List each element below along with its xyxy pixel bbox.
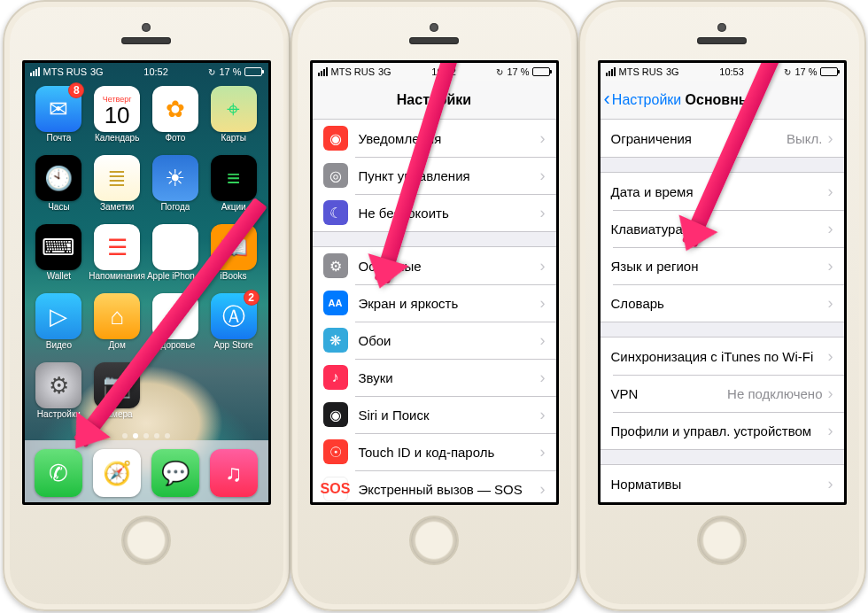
app-videos[interactable]: ▷Видео xyxy=(30,293,89,362)
stocks-icon: ≡ xyxy=(211,155,257,201)
chevron-right-icon: › xyxy=(540,480,546,499)
settings-row[interactable]: ❋ Обои › xyxy=(313,322,556,359)
settings-row[interactable]: ◎ Пункт управления › xyxy=(313,157,556,194)
nav-title: Основные xyxy=(686,92,759,108)
chevron-right-icon: › xyxy=(540,257,546,275)
app-weather[interactable]: ☀︎Погода xyxy=(146,155,205,224)
row-label: Язык и регион xyxy=(611,259,828,274)
wallet-icon: ⌨︎ xyxy=(35,224,81,270)
settings-row[interactable]: Нормативы› xyxy=(601,465,844,502)
app-label: iBooks xyxy=(221,271,247,281)
row-label: Уведомления xyxy=(359,131,540,146)
app-label: Напоминания xyxy=(89,271,145,281)
app-mail[interactable]: ✉︎8Почта xyxy=(30,86,89,155)
app-ibooks[interactable]: 📖iBooks xyxy=(205,224,263,293)
chevron-right-icon: › xyxy=(540,294,546,313)
app-label: Заметки xyxy=(100,202,134,212)
settings-row[interactable]: SOS Экстренный вызов — SOS › xyxy=(313,470,556,502)
settings-row[interactable]: Клавиатура› xyxy=(601,210,844,247)
chevron-right-icon: › xyxy=(828,384,833,403)
dock-phone[interactable]: ✆ xyxy=(35,449,82,497)
app-label: Часы xyxy=(48,202,69,212)
app-appstore[interactable]: Ⓐ2App Store xyxy=(205,293,263,362)
phone-hardware xyxy=(409,23,459,44)
signal-icon xyxy=(606,67,616,76)
clock: 10:52 xyxy=(431,66,456,77)
nav-bar: Настройки xyxy=(313,81,556,120)
phone-general: MTS RUS 3G 10:53 ↻ 17 % ‹ Настройки Осно… xyxy=(578,0,866,611)
settings-row[interactable]: Словарь› xyxy=(601,284,844,322)
app-settings[interactable]: ⚙︎Настройки xyxy=(30,362,89,431)
settings-row[interactable]: VPNНе подключено› xyxy=(601,375,844,412)
app-reminders[interactable]: ☰Напоминания xyxy=(88,224,146,293)
chevron-right-icon: › xyxy=(540,204,546,222)
row-icon: ♪ xyxy=(323,365,348,390)
carrier-label: MTS RUS xyxy=(619,66,663,77)
settings-row[interactable]: Дата и время› xyxy=(601,173,844,210)
maps-icon: ⌖ xyxy=(211,86,257,132)
row-label: Дата и время xyxy=(611,184,828,199)
app-stocks[interactable]: ≡Акции xyxy=(205,155,263,224)
chevron-right-icon: › xyxy=(828,182,833,201)
health-icon: ♥︎ xyxy=(152,293,198,339)
app-maps[interactable]: ⌖Карты xyxy=(205,86,263,155)
app-home2[interactable]: ⌂Дом xyxy=(88,293,146,362)
battery-icon xyxy=(820,67,838,76)
row-label: Экран и яркость xyxy=(359,296,540,311)
app-notes[interactable]: ≣Заметки xyxy=(88,155,146,224)
app-photos[interactable]: ✿Фото xyxy=(146,86,205,155)
chevron-right-icon: › xyxy=(828,129,833,148)
settings-row[interactable]: Синхронизация с iTunes по Wi-Fi› xyxy=(601,338,844,375)
back-button[interactable]: ‹ Настройки xyxy=(604,81,682,119)
home-button[interactable] xyxy=(121,516,171,565)
row-label: Ограничения xyxy=(611,131,787,146)
dock-safari[interactable]: 🧭 xyxy=(93,449,141,497)
settings-list[interactable]: ◉ Уведомления ›◎ Пункт управления ›☾ Не … xyxy=(313,120,556,502)
chevron-right-icon: › xyxy=(540,369,546,387)
settings-row[interactable]: ☉ Touch ID и код-пароль › xyxy=(313,433,556,470)
dock-messages[interactable]: 💬 xyxy=(151,449,199,497)
settings-row[interactable]: ⚙︎ Основные › xyxy=(313,247,556,284)
network-label: 3G xyxy=(90,66,104,77)
music-icon: ♫ xyxy=(210,449,258,497)
row-label: Siri и Поиск xyxy=(359,407,540,423)
settings-row[interactable]: Профили и управл. устройством› xyxy=(601,412,844,449)
back-label: Настройки xyxy=(612,92,681,108)
phone-hardware xyxy=(697,23,747,44)
app-label: Wallet xyxy=(47,271,71,281)
settings-row[interactable]: Язык и регион› xyxy=(601,247,844,284)
settings-row[interactable]: ◉ Уведомления › xyxy=(313,120,556,157)
carrier-label: MTS RUS xyxy=(43,66,88,77)
nav-bar: ‹ Настройки Основные xyxy=(601,81,844,120)
app-apple[interactable]: Apple iPhon… xyxy=(146,224,205,293)
settings-row[interactable]: ☾ Не беспокоить › xyxy=(313,194,556,231)
safari-icon: 🧭 xyxy=(93,449,141,497)
app-calendar[interactable]: Четверг10Календарь xyxy=(88,86,146,155)
settings-row[interactable]: ОграниченияВыкл.› xyxy=(601,120,844,157)
row-label: Основные xyxy=(359,259,540,274)
settings-row[interactable]: ◉ Siri и Поиск › xyxy=(313,396,556,433)
home2-icon: ⌂ xyxy=(94,293,140,339)
settings-row[interactable]: AA Экран и яркость › xyxy=(313,284,556,322)
chevron-right-icon: › xyxy=(540,406,546,424)
badge: 8 xyxy=(68,82,84,98)
general-list[interactable]: ОграниченияВыкл.› Дата и время›Клавиатур… xyxy=(601,120,844,502)
app-label: Фото xyxy=(165,133,185,143)
network-label: 3G xyxy=(378,66,391,77)
weather-icon: ☀︎ xyxy=(152,155,198,201)
app-clock[interactable]: 🕙Часы xyxy=(30,155,89,224)
app-label: Календарь xyxy=(95,133,139,143)
app-health[interactable]: ♥︎Здоровье xyxy=(146,293,205,362)
screen-general: MTS RUS 3G 10:53 ↻ 17 % ‹ Настройки Осно… xyxy=(598,60,847,505)
home-button[interactable] xyxy=(697,516,747,565)
app-wallet[interactable]: ⌨︎Wallet xyxy=(30,224,89,293)
app-camera[interactable]: 📷Камера xyxy=(88,362,146,431)
home-button[interactable] xyxy=(409,516,459,565)
dock-music[interactable]: ♫ xyxy=(210,449,258,497)
battery-pct: 17 % xyxy=(794,66,817,77)
page-indicator[interactable] xyxy=(25,433,268,438)
ibooks-icon: 📖 xyxy=(211,224,257,270)
row-label: Нормативы xyxy=(611,477,828,492)
dock: ✆🧭💬♫ xyxy=(25,440,268,502)
settings-row[interactable]: ♪ Звуки › xyxy=(313,359,556,396)
